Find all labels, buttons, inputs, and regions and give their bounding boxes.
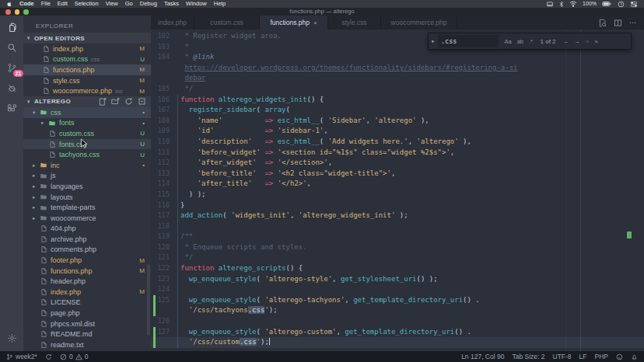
tab-size[interactable]: Tab Size: 2 bbox=[512, 353, 544, 360]
tab-woocommerce.php[interactable]: woocommerce.php bbox=[381, 16, 457, 30]
code-line-105[interactable]: 105 */ bbox=[151, 84, 644, 95]
code-line-wrap[interactable]: debar bbox=[151, 73, 644, 84]
code-line-120[interactable]: 120 * Enqueue scripts and styles. bbox=[151, 242, 644, 253]
code-line-114[interactable]: 114 'after_title' => '</h2>', bbox=[151, 179, 644, 190]
menu-item-help[interactable]: Help bbox=[214, 0, 226, 8]
code-line-104[interactable]: 104 * @link bbox=[151, 52, 644, 63]
code-line-122[interactable]: 122function alterego_scripts() { bbox=[151, 263, 644, 274]
open-preview-icon[interactable] bbox=[598, 19, 607, 27]
code-line-111[interactable]: 111 'before_widget' => '<section id="%1$… bbox=[151, 148, 644, 158]
tab-style.css[interactable]: style.css bbox=[328, 16, 381, 30]
more-actions-icon[interactable]: ⋯ bbox=[629, 19, 637, 26]
open-editor-functions.php[interactable]: functions.phpM bbox=[23, 64, 151, 75]
project-header[interactable]: ▾ALTEREGO bbox=[23, 96, 151, 107]
code-line-124[interactable]: 124 bbox=[151, 284, 644, 295]
tree-item-page.php[interactable]: page.php bbox=[23, 308, 151, 318]
tree-item-archive.php[interactable]: archive.php bbox=[23, 234, 151, 245]
activity-source-control[interactable]: 21 bbox=[7, 62, 17, 73]
code-line-wrap[interactable]: '/css/tachyons.css'); bbox=[151, 305, 644, 316]
settings-gear[interactable] bbox=[7, 332, 17, 343]
code-line-109[interactable]: 109 'id' => 'sidebar-1', bbox=[151, 126, 644, 137]
next-match-icon[interactable]: → bbox=[575, 38, 581, 45]
tree-item-LICENSE[interactable]: LICENSE bbox=[23, 298, 151, 308]
open-editor-style.css[interactable]: style.cssM bbox=[23, 75, 151, 86]
git-branch-indicator[interactable]: week2* bbox=[6, 353, 37, 360]
tree-item-functions.php[interactable]: functions.phpM bbox=[23, 266, 151, 277]
tree-item-header.php[interactable]: header.php bbox=[23, 276, 151, 287]
tab-custom.css[interactable]: custom.css bbox=[194, 16, 260, 30]
code-line-106[interactable]: 106function alterego_widgets_init() { bbox=[151, 95, 644, 106]
new-folder-icon[interactable] bbox=[111, 97, 120, 106]
tree-item-css[interactable]: ▾css• bbox=[23, 107, 151, 118]
window-close-button[interactable] bbox=[5, 9, 11, 15]
code-line-wrap[interactable]: '/css/custom.css'); bbox=[151, 337, 644, 348]
sync-indicator[interactable] bbox=[45, 353, 52, 360]
menu-item-view[interactable]: View bbox=[106, 0, 118, 8]
sidebar-scrollbar[interactable] bbox=[147, 264, 150, 336]
open-editor-index.php[interactable]: index.phpM bbox=[23, 44, 151, 54]
menu-item-edit[interactable]: Edit bbox=[58, 0, 68, 8]
open-editors-header[interactable]: ▾OPEN EDITORS bbox=[23, 33, 151, 44]
code-line-116[interactable]: 116} bbox=[151, 200, 644, 211]
tree-item-custom.css[interactable]: custom.cssU bbox=[23, 128, 151, 139]
code-line-125[interactable]: 125 wp_enqueue_style( 'alterego-tachyons… bbox=[151, 295, 644, 306]
menu-item-debug[interactable]: Debug bbox=[140, 0, 157, 8]
tree-item-layouts[interactable]: ▸layouts bbox=[23, 192, 151, 203]
find-close-icon[interactable]: × bbox=[594, 38, 597, 45]
code-line-115[interactable]: 115 ) ); bbox=[151, 190, 644, 200]
window-minimize-button[interactable] bbox=[15, 9, 20, 15]
cursor-position[interactable]: Ln 127, Col 90 bbox=[461, 353, 504, 360]
window-title-bar[interactable]: functions.php — alterego bbox=[0, 8, 644, 16]
notifications-bell[interactable] bbox=[631, 353, 638, 360]
split-editor-icon[interactable] bbox=[614, 19, 622, 27]
regex-icon[interactable]: .* bbox=[529, 38, 533, 45]
code-line-107[interactable]: 107 register_sidebar( array( bbox=[151, 105, 644, 116]
menu-item-go[interactable]: Go bbox=[125, 0, 133, 8]
previous-match-icon[interactable]: ← bbox=[563, 38, 569, 45]
menu-item-window[interactable]: Window bbox=[186, 0, 207, 8]
problems-indicator[interactable]: 00 bbox=[60, 353, 88, 360]
new-file-icon[interactable] bbox=[98, 97, 107, 106]
encoding[interactable]: UTF-8 bbox=[553, 353, 572, 360]
tree-item-comments.php[interactable]: comments.php bbox=[23, 245, 151, 256]
activity-explorer[interactable] bbox=[7, 22, 17, 33]
menu-item-file[interactable]: File bbox=[41, 0, 51, 8]
tree-item-js[interactable]: ▸js bbox=[23, 171, 151, 182]
window-maximize-button[interactable] bbox=[23, 9, 29, 15]
tree-item-readme.txt[interactable]: readme.txt bbox=[23, 339, 151, 350]
tree-item-tachyons.css[interactable]: tachyons.cssU bbox=[23, 149, 151, 160]
code-line-126[interactable]: 126 bbox=[151, 316, 644, 327]
tree-item-inc[interactable]: ▸inc• bbox=[23, 160, 151, 171]
code-line-118[interactable]: 118 bbox=[151, 221, 644, 232]
refresh-explorer-icon[interactable] bbox=[124, 97, 133, 106]
code-line-119[interactable]: 119/** bbox=[151, 231, 644, 242]
code-line-112[interactable]: 112 'after_widget' => '</section>', bbox=[151, 158, 644, 169]
code-line-110[interactable]: 110 'description' => esc_html__( 'Add wi… bbox=[151, 137, 644, 148]
open-editor-woocommerce.php[interactable]: woocommerce.phpincM bbox=[23, 85, 151, 96]
tree-item-fonts[interactable]: ▸fonts• bbox=[23, 118, 151, 129]
tree-item-index.php[interactable]: index.phpM bbox=[23, 287, 151, 298]
language-mode[interactable]: PHP bbox=[595, 353, 608, 360]
code-editor[interactable]: 102 * Register widget area.103 *104 * @l… bbox=[151, 30, 644, 351]
tab-index.php[interactable]: index.php bbox=[151, 16, 194, 30]
code-line-127[interactable]: 127 wp_enqueue_style( 'alterego-custom',… bbox=[151, 327, 644, 338]
match-case-icon[interactable]: Aa bbox=[505, 38, 512, 45]
tree-item-404.php[interactable]: 404.php bbox=[23, 224, 151, 235]
code-line-123[interactable]: 123 wp_enqueue_style( 'alterego-style', … bbox=[151, 274, 644, 285]
code-line-wrap[interactable]: https://developer.wordpress.org/themes/f… bbox=[151, 63, 644, 74]
activity-search[interactable] bbox=[7, 42, 17, 53]
feedback-smiley[interactable] bbox=[616, 353, 623, 360]
menu-item-tasks[interactable]: Tasks bbox=[164, 0, 179, 8]
tree-item-footer.php[interactable]: footer.phpM bbox=[23, 255, 151, 266]
activity-extensions[interactable] bbox=[7, 103, 17, 113]
tree-item-woocommerce[interactable]: ▸woocommerce bbox=[23, 213, 151, 224]
find-in-selection-icon[interactable]: ≡ bbox=[586, 38, 589, 45]
menu-item-selection[interactable]: Selection bbox=[75, 0, 99, 8]
find-input[interactable]: .css bbox=[438, 35, 499, 47]
activity-debug[interactable] bbox=[7, 82, 17, 93]
tab-functions.php[interactable]: functions.php× bbox=[260, 16, 328, 30]
collapse-folders-icon[interactable] bbox=[138, 97, 146, 106]
code-line-113[interactable]: 113 'before_title' => '<h2 class="widget… bbox=[151, 169, 644, 179]
open-editor-custom.css[interactable]: custom.csscssU bbox=[23, 54, 151, 65]
tree-item-README.md[interactable]: README.md bbox=[23, 329, 151, 339]
